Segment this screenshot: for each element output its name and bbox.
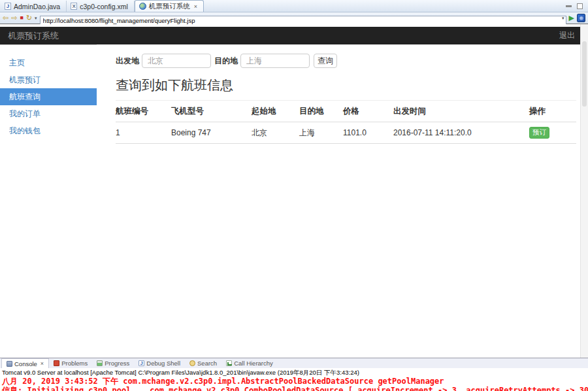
col-destination: 目的地	[299, 101, 343, 122]
main-content: 出发地 目的地 查询 查询到如下航班信息	[97, 44, 580, 355]
book-button[interactable]: 预订	[529, 127, 549, 139]
tab-label: c3p0-config.xml	[80, 3, 128, 10]
open-external-browser-icon[interactable]	[577, 14, 585, 22]
eclipse-window: J AdminDao.java X c3p0-config.xml 机票预订系统…	[0, 0, 588, 391]
tab-label: Problems	[61, 360, 88, 367]
console-panel: Console × Problems Progress J Debug Shel…	[0, 358, 588, 391]
table-header-row: 航班编号 飞机型号 起始地 目的地 价格 出发时间 操作	[116, 101, 576, 122]
url-input[interactable]	[40, 16, 566, 25]
console-icon	[7, 361, 12, 367]
xml-file-icon: X	[71, 3, 77, 10]
close-icon[interactable]: ×	[41, 360, 44, 367]
tab-progress[interactable]: Progress	[92, 358, 134, 368]
page-body: 主页 机票预订 航班查询 我的订单 我的钱包 出发地 目的地 查询 查询到如下航…	[0, 44, 580, 355]
to-label: 目的地	[214, 56, 238, 67]
col-aircraft-model: 飞机型号	[171, 101, 252, 122]
tab-flight-system-browser[interactable]: 机票预订系统 ×	[135, 0, 204, 12]
cell-origin: 北京	[252, 122, 299, 144]
col-action: 操作	[529, 101, 576, 122]
tab-label: Debug Shell	[146, 360, 180, 367]
browser-scrollbar[interactable]	[580, 24, 588, 358]
editor-window-controls	[566, 3, 588, 12]
editor-tab-bar: J AdminDao.java X c3p0-config.xml 机票预订系统…	[0, 0, 588, 12]
site-navbar: 机票预订系统 退出	[0, 27, 580, 44]
sidebar-item-my-orders[interactable]: 我的订单	[0, 105, 97, 122]
web-page: 机票预订系统 退出 主页 机票预订 航班查询 我的订单 我的钱包 出发地 目的地	[0, 24, 580, 358]
site-title[interactable]: 机票预订系统	[8, 30, 59, 42]
sidebar-item-booking[interactable]: 机票预订	[0, 71, 97, 88]
java-file-icon: J	[5, 3, 11, 10]
go-icon[interactable]: ▶	[569, 14, 574, 22]
tab-search[interactable]: Search	[185, 358, 221, 368]
results-heading: 查询到如下航班信息	[116, 76, 576, 101]
console-tab-bar: Console × Problems Progress J Debug Shel…	[0, 358, 588, 368]
query-button[interactable]: 查询	[314, 54, 337, 68]
from-label: 出发地	[116, 56, 139, 67]
url-bar-wrap: ▾	[40, 14, 566, 23]
tab-label: 机票预订系统	[149, 2, 190, 11]
cell-departure-time: 2016-07-11 14:11:20.0	[393, 122, 529, 144]
console-output[interactable]: Tomcat v9.0 Server at localhost [Apache …	[0, 368, 588, 391]
url-dropdown-icon[interactable]: ▾	[562, 16, 564, 21]
search-icon	[189, 360, 195, 366]
tab-c3p0-config-xml[interactable]: X c3p0-config.xml	[67, 1, 135, 12]
console-stderr-line-2: 信息: Initializing c3p0 pool... com.mchang…	[2, 386, 588, 391]
from-input[interactable]	[142, 54, 211, 68]
cell-aircraft-model: Boeing 747	[171, 122, 252, 144]
tab-label: AdminDao.java	[14, 3, 60, 10]
sidebar-item-flight-query[interactable]: 航班查询	[0, 88, 97, 105]
flights-table: 航班编号 飞机型号 起始地 目的地 价格 出发时间 操作 1	[116, 101, 576, 144]
refresh-dropdown-icon[interactable]: ▾	[35, 14, 37, 22]
tab-label: Call Hierarchy	[234, 360, 273, 367]
logout-link[interactable]: 退出	[559, 30, 575, 41]
flight-search-form: 出发地 目的地 查询	[116, 54, 576, 68]
tab-call-hierarchy[interactable]: Call Hierarchy	[221, 358, 278, 368]
col-origin: 起始地	[252, 101, 299, 122]
tab-label: Progress	[105, 360, 129, 367]
cell-flight-no: 1	[116, 122, 171, 144]
tab-label: Search	[197, 360, 217, 367]
progress-icon	[97, 360, 103, 366]
call-hierarchy-icon	[226, 360, 232, 366]
tab-console[interactable]: Console ×	[1, 358, 49, 368]
col-departure-time: 出发时间	[393, 101, 529, 122]
col-price: 价格	[343, 101, 393, 122]
console-stderr-line-1: 八月 20, 2019 3:43:52 下午 com.mchange.v2.c3…	[2, 377, 588, 386]
debug-shell-icon: J	[139, 360, 144, 366]
col-flight-no: 航班编号	[116, 101, 171, 122]
problems-icon	[54, 360, 59, 366]
to-input[interactable]	[240, 54, 310, 68]
forward-icon[interactable]: ⇨	[11, 14, 17, 22]
back-icon[interactable]: ⇦	[3, 14, 8, 22]
scrollbar-thumb[interactable]	[582, 41, 587, 107]
sidebar-item-home[interactable]: 主页	[0, 54, 97, 71]
maximize-icon[interactable]	[577, 3, 583, 9]
close-icon[interactable]: ×	[194, 3, 197, 10]
refresh-icon[interactable]: ↻	[26, 14, 32, 22]
minimize-icon[interactable]	[566, 5, 572, 7]
tab-label: Console	[14, 360, 37, 367]
cell-action: 预订	[529, 122, 576, 144]
sidebar-item-my-wallet[interactable]: 我的钱包	[0, 122, 97, 139]
browser-toolbar: ⇦ ⇨ ■ ↻ ▾ ▾ ▶	[0, 12, 588, 24]
tab-problems[interactable]: Problems	[49, 358, 92, 368]
stop-icon[interactable]: ■	[20, 14, 23, 22]
console-process-line: Tomcat v9.0 Server at localhost [Apache …	[2, 368, 588, 377]
cell-price: 1101.0	[343, 122, 393, 144]
tab-admindao-java[interactable]: J AdminDao.java	[1, 1, 67, 12]
globe-icon	[139, 3, 146, 10]
browser-viewport: 机票预订系统 退出 主页 机票预订 航班查询 我的订单 我的钱包 出发地 目的地	[0, 24, 588, 358]
tab-debug-shell[interactable]: J Debug Shell	[134, 358, 185, 368]
table-row: 1 Boeing 747 北京 上海 1101.0 2016-07-11 14:…	[116, 122, 576, 144]
sidebar: 主页 机票预订 航班查询 我的订单 我的钱包	[0, 44, 97, 355]
cell-destination: 上海	[299, 122, 343, 144]
